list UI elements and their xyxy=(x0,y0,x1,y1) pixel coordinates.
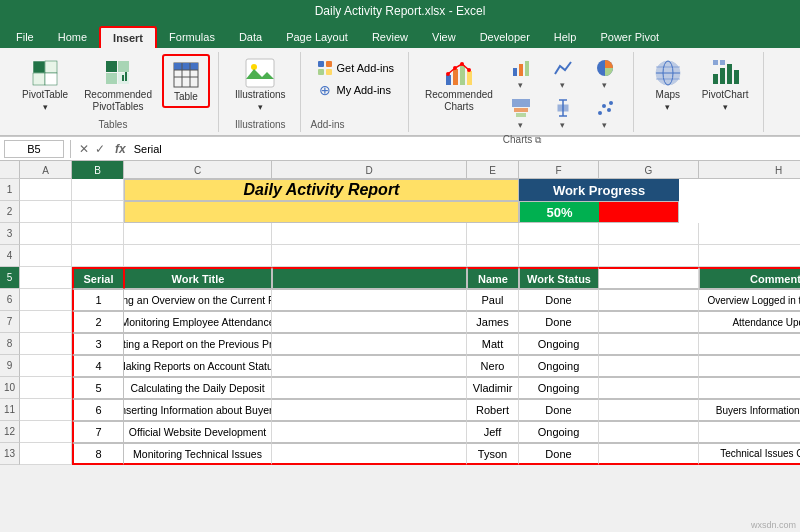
cell-g3[interactable] xyxy=(599,223,699,245)
cell-f3[interactable] xyxy=(519,223,599,245)
get-addins-button[interactable]: Get Add-ins xyxy=(311,58,400,78)
cell-serial-11[interactable]: 6 xyxy=(72,399,124,421)
recommended-charts-button[interactable]: RecommendedCharts xyxy=(419,54,499,116)
formula-input[interactable] xyxy=(134,143,796,155)
cell-g-13[interactable] xyxy=(599,443,699,465)
cell-c3[interactable] xyxy=(124,223,272,245)
cell-title-6[interactable]: Creating an Overview on the Current Proj… xyxy=(124,289,272,311)
cell-a3[interactable] xyxy=(20,223,72,245)
cell-title-9[interactable]: Making Reports on Account Status xyxy=(124,355,272,377)
cell-name-11[interactable]: Robert xyxy=(467,399,519,421)
cell-comments-header[interactable]: Comments xyxy=(699,267,800,289)
cell-b1[interactable] xyxy=(72,179,124,201)
pie-chart-button[interactable]: ▾ xyxy=(585,54,625,92)
tab-page-layout[interactable]: Page Layout xyxy=(274,26,360,48)
cell-a1[interactable] xyxy=(20,179,72,201)
cell-e4[interactable] xyxy=(467,245,519,267)
cell-title2-8[interactable] xyxy=(272,333,467,355)
cell-serial-header[interactable]: Serial xyxy=(72,267,124,289)
cell-worktitle-header2[interactable] xyxy=(272,267,467,289)
cell-status-9[interactable]: Ongoing xyxy=(519,355,599,377)
cell-serial-6[interactable]: 1 xyxy=(72,289,124,311)
tab-data[interactable]: Data xyxy=(227,26,274,48)
cell-name-8[interactable]: Matt xyxy=(467,333,519,355)
tab-home[interactable]: Home xyxy=(46,26,99,48)
tab-formulas[interactable]: Formulas xyxy=(157,26,227,48)
cell-name-13[interactable]: Tyson xyxy=(467,443,519,465)
cell-title-10[interactable]: Calculating the Daily Deposit xyxy=(124,377,272,399)
cell-status-8[interactable]: Ongoing xyxy=(519,333,599,355)
recommended-pivot-button[interactable]: RecommendedPivotTables xyxy=(78,54,158,116)
cell-g-9[interactable] xyxy=(599,355,699,377)
cell-reference[interactable] xyxy=(4,140,64,158)
cell-comments-11[interactable]: Buyers Information Updated xyxy=(699,399,800,421)
cell-g-6[interactable] xyxy=(599,289,699,311)
cell-name-12[interactable]: Jeff xyxy=(467,421,519,443)
cell-g-11[interactable] xyxy=(599,399,699,421)
cancel-icon[interactable]: ✕ xyxy=(77,142,91,156)
cell-status-11[interactable]: Done xyxy=(519,399,599,421)
hierarchy-chart-button[interactable]: ▾ xyxy=(501,94,541,132)
cell-workstatus-header[interactable]: Work Status xyxy=(519,267,599,289)
cell-a5[interactable] xyxy=(20,267,72,289)
tab-insert[interactable]: Insert xyxy=(99,26,157,48)
table-button[interactable]: Table xyxy=(162,54,210,108)
cell-comments-6[interactable]: Overview Logged in the System xyxy=(699,289,800,311)
cell-g-12[interactable] xyxy=(599,421,699,443)
cell-name-7[interactable]: James xyxy=(467,311,519,333)
cell-work-progress[interactable]: Work Progress xyxy=(519,179,679,201)
cell-b4[interactable] xyxy=(72,245,124,267)
cell-title-cont[interactable] xyxy=(124,201,519,223)
tab-power-pivot[interactable]: Power Pivot xyxy=(588,26,671,48)
confirm-icon[interactable]: ✓ xyxy=(93,142,107,156)
cell-a7[interactable] xyxy=(20,311,72,333)
tab-review[interactable]: Review xyxy=(360,26,420,48)
cell-e3[interactable] xyxy=(467,223,519,245)
cell-a4[interactable] xyxy=(20,245,72,267)
cell-a2[interactable] xyxy=(20,201,72,223)
cell-a12[interactable] xyxy=(20,421,72,443)
cell-title2-7[interactable] xyxy=(272,311,467,333)
cell-title2-9[interactable] xyxy=(272,355,467,377)
cell-title-12[interactable]: Official Website Development xyxy=(124,421,272,443)
cell-status-13[interactable]: Done xyxy=(519,443,599,465)
cell-a10[interactable] xyxy=(20,377,72,399)
cell-title-8[interactable]: Creating a Report on the Previous Projec… xyxy=(124,333,272,355)
cell-a13[interactable] xyxy=(20,443,72,465)
cell-title2-6[interactable] xyxy=(272,289,467,311)
cell-title2-11[interactable] xyxy=(272,399,467,421)
my-addins-button[interactable]: ⊕ My Add-ins xyxy=(311,80,400,100)
cell-status-7[interactable]: Done xyxy=(519,311,599,333)
cell-name-header[interactable]: Name xyxy=(467,267,519,289)
cell-title-11[interactable]: Inserting Information about Buyers xyxy=(124,399,272,421)
cell-comments-9[interactable] xyxy=(699,355,800,377)
cell-c4[interactable] xyxy=(124,245,272,267)
cell-status-10[interactable]: Ongoing xyxy=(519,377,599,399)
tab-help[interactable]: Help xyxy=(542,26,589,48)
cell-a9[interactable] xyxy=(20,355,72,377)
cell-comments-7[interactable]: Attendance Updated xyxy=(699,311,800,333)
cell-name-10[interactable]: Vladimir xyxy=(467,377,519,399)
cell-f4[interactable] xyxy=(519,245,599,267)
cell-comments-8[interactable] xyxy=(699,333,800,355)
cell-g-7[interactable] xyxy=(599,311,699,333)
pivot-chart-button[interactable]: PivotChart▾ xyxy=(696,54,755,116)
cell-name-6[interactable]: Paul xyxy=(467,289,519,311)
cell-a11[interactable] xyxy=(20,399,72,421)
cell-worktitle-header[interactable]: Work Title xyxy=(124,267,272,289)
cell-b3[interactable] xyxy=(72,223,124,245)
cell-serial-13[interactable]: 8 xyxy=(72,443,124,465)
cell-serial-8[interactable]: 3 xyxy=(72,333,124,355)
cell-title2-12[interactable] xyxy=(272,421,467,443)
cell-serial-12[interactable]: 7 xyxy=(72,421,124,443)
column-chart-button[interactable]: ▾ xyxy=(501,54,541,92)
stats-chart-button[interactable]: ▾ xyxy=(543,94,583,132)
tab-view[interactable]: View xyxy=(420,26,468,48)
cell-a6[interactable] xyxy=(20,289,72,311)
tab-file[interactable]: File xyxy=(4,26,46,48)
cell-title-13[interactable]: Monitoring Technical Issues xyxy=(124,443,272,465)
illustrations-button[interactable]: Illustrations▾ xyxy=(229,54,292,116)
cell-title-7[interactable]: Monitoring Employee Attendance xyxy=(124,311,272,333)
scatter-chart-button[interactable]: ▾ xyxy=(585,94,625,132)
cell-serial-10[interactable]: 5 xyxy=(72,377,124,399)
